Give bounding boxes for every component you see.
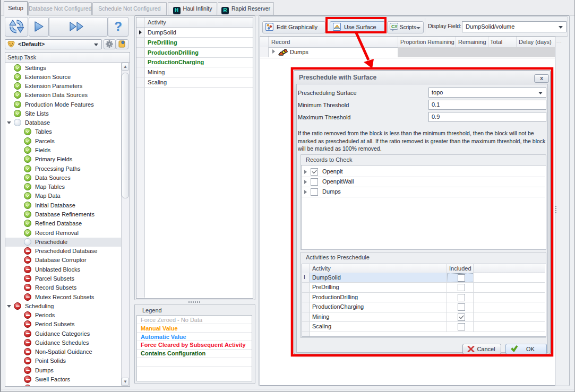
svg-text:C#: C# <box>391 24 398 29</box>
